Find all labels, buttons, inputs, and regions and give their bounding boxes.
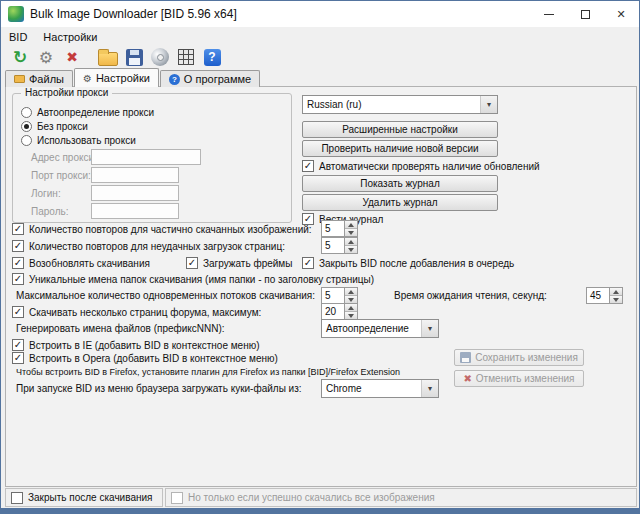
chevron-down-icon (421, 380, 438, 397)
checkbox-label: Закрыть BID после добавления в очередь (319, 258, 514, 269)
retry-failed-spinner[interactable]: 5 (321, 237, 358, 254)
spinner-up-button[interactable] (345, 221, 357, 229)
checkbox-box (12, 223, 24, 235)
spinner-up-button[interactable] (345, 304, 357, 312)
proxy-login-input[interactable] (91, 185, 179, 201)
radio-proxy-none[interactable]: Без прокси (21, 121, 88, 132)
proxy-login-label: Логин: (31, 188, 61, 199)
tab-about[interactable]: ? О программе (160, 70, 260, 87)
embed-ie-checkbox[interactable]: Встроить в IE (добавить BID в контекстно… (12, 339, 260, 351)
save-icon[interactable] (121, 47, 147, 68)
checkbox-label: Загружать фреймы (203, 258, 292, 269)
load-frames-checkbox[interactable]: Загружать фреймы (186, 257, 292, 269)
embed-opera-checkbox[interactable]: Встроить в Opera (добавить BID в контекс… (12, 352, 278, 364)
tab-settings[interactable]: ⚙ Настройки (74, 68, 159, 87)
cancel-changes-label: Отменить изменения (476, 373, 575, 384)
cookies-value: Chrome (322, 383, 421, 394)
check-new-version-button[interactable]: Проверить наличие новой версии (302, 140, 498, 157)
checkbox-label: Закрыть после скачивания (28, 492, 152, 503)
help-icon[interactable]: ? (199, 47, 225, 68)
checkbox-box (12, 339, 24, 351)
generate-names-select[interactable]: Автоопределение (321, 319, 439, 338)
save-changes-button[interactable]: Сохранить изменения (454, 349, 584, 366)
radio-label: Без прокси (37, 121, 88, 132)
proxy-address-input[interactable] (91, 149, 201, 165)
maximize-button[interactable] (567, 1, 603, 27)
radio-label: Автоопределение прокси (37, 107, 154, 118)
spinner-up-button[interactable] (610, 288, 622, 296)
radio-dot (21, 121, 32, 132)
title-bar[interactable]: Bulk Image Downloader [BID 5.96 x64] ✕ (1, 1, 639, 27)
chevron-down-icon (480, 96, 497, 113)
radio-label: Использовать прокси (37, 135, 136, 146)
refresh-icon[interactable]: ↻ (7, 47, 33, 68)
open-folder-icon[interactable] (95, 47, 121, 68)
maximize-icon (581, 10, 590, 19)
disc-icon[interactable] (147, 47, 173, 68)
spinner-value: 45 (586, 287, 610, 304)
radio-dot (21, 135, 32, 146)
proxy-port-input[interactable] (91, 167, 179, 183)
read-timeout-spinner[interactable]: 45 (586, 287, 623, 304)
tab-settings-label: Настройки (96, 72, 150, 84)
read-timeout-label: Время ожидания чтения, секунд: (394, 290, 547, 301)
checkbox-label: Возобновлять скачивания (29, 258, 150, 269)
gear-icon: ⚙ (83, 73, 92, 84)
window-bottom-border (1, 508, 639, 513)
checkbox-box (186, 257, 198, 269)
menu-item-settings[interactable]: Настройки (35, 29, 105, 45)
info-icon: ? (169, 74, 180, 85)
checkbox-box (12, 273, 24, 285)
gear-icon[interactable]: ⚙ (33, 47, 59, 68)
proxy-password-input[interactable] (91, 203, 179, 219)
retry-partial-spinner[interactable]: 5 (321, 220, 358, 237)
forum-pages-spinner[interactable]: 20 (321, 303, 358, 320)
close-after-download-checkbox[interactable]: Закрыть после скачивания (11, 492, 152, 504)
resume-downloads-checkbox[interactable]: Возобновлять скачивания (12, 257, 150, 269)
checkbox-box (302, 160, 314, 172)
chevron-down-icon (421, 320, 438, 337)
spinner-down-button[interactable] (345, 246, 357, 253)
floppy-shape (126, 49, 143, 66)
cookies-label: При запуске BID из меню браузера загружа… (16, 383, 302, 394)
menu-item-bid[interactable]: BID (1, 29, 35, 45)
max-threads-label: Максимальное количество одновременных по… (16, 290, 315, 301)
spinner-up-button[interactable] (345, 288, 357, 296)
radio-proxy-use[interactable]: Использовать прокси (21, 135, 136, 146)
retry-failed-checkbox[interactable]: Количество повторов для неудачных загруз… (12, 240, 285, 252)
spinner-arrows (345, 220, 358, 237)
folder-icon (14, 75, 25, 83)
spinner-down-button[interactable] (345, 312, 357, 319)
cookies-select[interactable]: Chrome (321, 379, 439, 398)
max-threads-spinner[interactable]: 5 (321, 287, 358, 304)
cancel-icon[interactable]: ✖ (59, 47, 85, 68)
spinner-down-button[interactable] (345, 296, 357, 303)
spinner-up-button[interactable] (345, 238, 357, 246)
checkbox-box (11, 492, 23, 504)
language-select[interactable]: Russian (ru) (302, 95, 498, 114)
spinner-value: 5 (321, 287, 345, 304)
radio-proxy-auto[interactable]: Автоопределение прокси (21, 107, 154, 118)
spinner-down-button[interactable] (345, 229, 357, 236)
close-after-add-checkbox[interactable]: Закрыть BID после добавления в очередь (302, 257, 514, 269)
advanced-settings-button[interactable]: Расширенные настройки (302, 121, 498, 138)
delete-log-button[interactable]: Удалить журнал (302, 194, 498, 211)
retry-partial-checkbox[interactable]: Количество повторов для частично скачанн… (12, 223, 312, 235)
unique-folders-checkbox[interactable]: Уникальные имена папок скачивания (имя п… (12, 273, 374, 285)
grid-icon[interactable] (173, 47, 199, 68)
app-window: Bulk Image Downloader [BID 5.96 x64] ✕ B… (0, 0, 640, 514)
status-cell-right: Но только если успешно скачались все изо… (165, 488, 637, 507)
auto-check-updates-checkbox[interactable]: Автоматически проверять наличие обновлен… (302, 160, 540, 172)
tab-about-label: О программе (184, 73, 251, 85)
only-if-success-checkbox[interactable]: Но только если успешно скачались все изо… (171, 492, 435, 504)
show-log-button[interactable]: Показать журнал (302, 175, 498, 192)
minimize-icon (544, 14, 554, 15)
close-button[interactable]: ✕ (603, 1, 639, 27)
status-cell-left: Закрыть после скачивания (5, 488, 163, 507)
minimize-button[interactable] (531, 1, 567, 27)
window-title: Bulk Image Downloader [BID 5.96 x64] (30, 7, 237, 21)
forum-pages-checkbox[interactable]: Скачивать несколько страниц форума, макс… (12, 306, 261, 318)
spinner-down-button[interactable] (610, 296, 622, 303)
tab-files[interactable]: Файлы (5, 70, 73, 87)
cancel-changes-button[interactable]: ✖ Отменить изменения (454, 370, 584, 387)
